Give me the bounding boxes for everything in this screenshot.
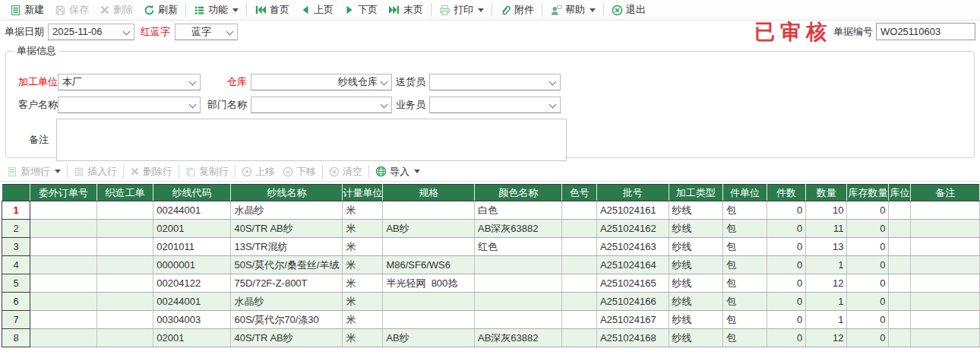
table-cell[interactable] bbox=[474, 274, 561, 293]
table-cell[interactable]: 纱线 bbox=[669, 311, 723, 329]
row-number-cell[interactable]: 4 bbox=[2, 256, 30, 274]
row-number-cell[interactable]: 2 bbox=[2, 220, 30, 238]
table-cell[interactable]: 1 bbox=[806, 256, 847, 274]
table-cell[interactable]: 0 bbox=[767, 238, 805, 256]
print-button[interactable]: 打印 bbox=[434, 2, 489, 18]
table-cell[interactable] bbox=[30, 220, 96, 238]
functions-button[interactable]: 功能 bbox=[188, 2, 244, 18]
column-header[interactable]: 色号 bbox=[562, 185, 597, 201]
table-cell[interactable]: 02001 bbox=[153, 220, 231, 238]
column-header[interactable]: 数量 bbox=[806, 185, 847, 201]
table-cell[interactable] bbox=[911, 329, 980, 347]
table-cell[interactable]: 0 bbox=[767, 256, 805, 274]
table-cell[interactable] bbox=[96, 293, 153, 311]
table-cell[interactable]: 纱线 bbox=[669, 293, 723, 311]
table-cell[interactable]: 0 bbox=[847, 238, 889, 256]
table-cell[interactable]: 水晶纱 bbox=[231, 201, 343, 220]
table-cell[interactable]: A251024166 bbox=[596, 293, 669, 311]
remarks-input[interactable] bbox=[56, 119, 567, 161]
table-cell[interactable]: 包 bbox=[723, 201, 767, 220]
table-cell[interactable] bbox=[889, 201, 911, 220]
delete-row-button[interactable]: 删除行 bbox=[126, 163, 176, 180]
column-header[interactable]: 计量单位 bbox=[343, 185, 383, 201]
table-cell[interactable] bbox=[889, 329, 911, 347]
row-number-cell[interactable]: 8 bbox=[2, 329, 30, 347]
column-header[interactable]: 颜色名称 bbox=[474, 185, 561, 201]
table-cell[interactable]: 11 bbox=[806, 220, 847, 238]
table-cell[interactable] bbox=[889, 274, 911, 293]
table-cell[interactable]: 13 bbox=[806, 238, 847, 256]
table-cell[interactable] bbox=[562, 311, 597, 329]
delete-button[interactable]: 删除 bbox=[94, 2, 138, 18]
table-cell[interactable] bbox=[562, 238, 597, 256]
column-header[interactable]: 规格 bbox=[383, 185, 475, 201]
table-cell[interactable]: 米 bbox=[343, 311, 383, 329]
processing-unit-select[interactable]: 本厂 bbox=[58, 74, 201, 90]
column-header[interactable]: 备注 bbox=[911, 185, 980, 201]
table-cell[interactable]: 半光轻网 800捻 bbox=[383, 274, 475, 293]
attachments-button[interactable]: 附件 bbox=[495, 2, 539, 18]
table-cell[interactable] bbox=[911, 238, 980, 256]
copy-row-button[interactable]: 复制行 bbox=[182, 163, 232, 180]
table-cell[interactable] bbox=[30, 311, 96, 329]
last-page-button[interactable]: 末页 bbox=[383, 2, 428, 18]
table-cell[interactable]: 0 bbox=[847, 329, 889, 347]
table-cell[interactable] bbox=[383, 311, 475, 329]
table-cell[interactable] bbox=[474, 311, 561, 329]
table-cell[interactable]: 0 bbox=[767, 274, 805, 293]
table-cell[interactable] bbox=[30, 274, 96, 293]
table-cell[interactable] bbox=[889, 220, 911, 238]
new-button[interactable]: 新建 bbox=[5, 2, 49, 18]
delivery-person-select[interactable] bbox=[429, 74, 561, 90]
warehouse-select[interactable]: 纱线仓库 bbox=[251, 74, 392, 90]
table-cell[interactable] bbox=[30, 329, 96, 347]
table-cell[interactable]: 水晶纱 bbox=[231, 293, 343, 311]
exit-button[interactable]: 退出 bbox=[606, 2, 651, 18]
doc-no-input[interactable] bbox=[876, 23, 975, 40]
row-number-cell[interactable]: 3 bbox=[2, 238, 30, 256]
table-cell[interactable]: 0 bbox=[767, 220, 805, 238]
table-cell[interactable]: A251024161 bbox=[596, 201, 669, 220]
table-cell[interactable] bbox=[30, 293, 96, 311]
table-cell[interactable] bbox=[911, 220, 980, 238]
red-blue-select[interactable]: 蓝字 bbox=[175, 24, 238, 40]
table-cell[interactable] bbox=[889, 311, 911, 329]
table-cell[interactable]: 0201011 bbox=[153, 238, 231, 256]
table-cell[interactable] bbox=[96, 329, 153, 347]
table-cell[interactable]: 米 bbox=[343, 329, 383, 347]
table-cell[interactable]: 0 bbox=[847, 220, 889, 238]
table-cell[interactable]: 1 bbox=[806, 293, 847, 311]
table-cell[interactable] bbox=[383, 201, 475, 220]
table-cell[interactable]: 纱线 bbox=[669, 220, 723, 238]
table-cell[interactable]: 0 bbox=[847, 311, 889, 329]
table-cell[interactable]: 60S/莫代尔70/涤30 bbox=[231, 311, 343, 329]
table-cell[interactable]: 0 bbox=[847, 256, 889, 274]
table-cell[interactable]: AB纱 bbox=[383, 220, 475, 238]
table-cell[interactable]: 纱线 bbox=[669, 201, 723, 220]
table-cell[interactable]: 00304003 bbox=[153, 311, 231, 329]
table-cell[interactable]: AB纱 bbox=[383, 329, 475, 347]
table-cell[interactable]: 包 bbox=[723, 274, 767, 293]
help-button[interactable]: 帮助 bbox=[545, 2, 601, 18]
department-select[interactable] bbox=[251, 97, 392, 113]
table-cell[interactable]: 50S/莫代尔/桑蚕丝/羊绒 bbox=[231, 256, 343, 274]
table-cell[interactable] bbox=[911, 293, 980, 311]
row-number-cell[interactable]: 6 bbox=[2, 293, 30, 311]
table-cell[interactable]: 00244001 bbox=[153, 293, 231, 311]
table-cell[interactable]: 米 bbox=[343, 201, 383, 220]
row-number-cell[interactable]: 5 bbox=[2, 274, 30, 293]
column-header[interactable] bbox=[2, 185, 30, 201]
table-cell[interactable]: 10 bbox=[806, 201, 847, 220]
table-cell[interactable]: 纱线 bbox=[669, 238, 723, 256]
move-up-button[interactable]: 上移 bbox=[238, 163, 279, 180]
column-header[interactable]: 库存数量 bbox=[847, 185, 889, 201]
table-cell[interactable] bbox=[562, 293, 597, 311]
add-row-button[interactable]: 新增行 bbox=[3, 163, 65, 180]
table-cell[interactable]: 纱线 bbox=[669, 274, 723, 293]
table-cell[interactable] bbox=[30, 201, 96, 220]
table-cell[interactable]: 白色 bbox=[474, 201, 561, 220]
move-down-button[interactable]: 下移 bbox=[279, 163, 320, 180]
table-cell[interactable]: 纱线 bbox=[669, 329, 723, 347]
table-cell[interactable]: 包 bbox=[723, 238, 767, 256]
customer-select[interactable] bbox=[58, 97, 201, 113]
